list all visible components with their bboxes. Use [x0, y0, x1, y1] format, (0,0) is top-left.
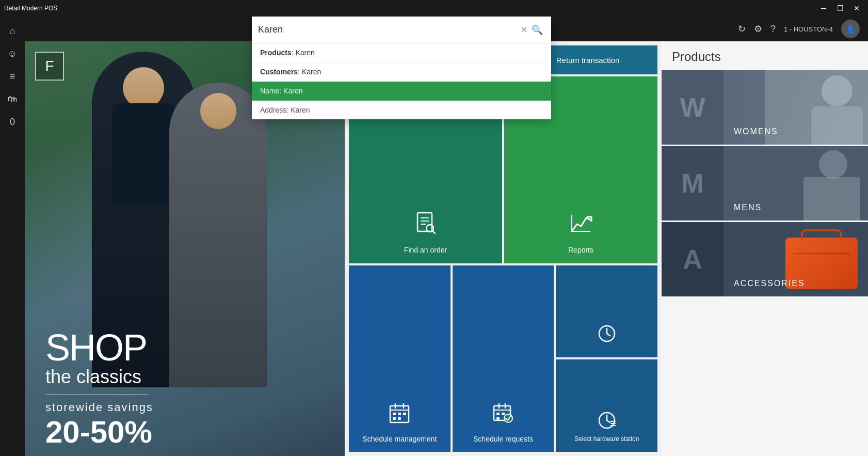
hero-shop: SHOP: [45, 329, 153, 366]
sidebar-item-customers[interactable]: ☺: [2, 43, 23, 64]
svg-rect-22: [502, 413, 505, 415]
search-category-products[interactable]: Products: Karen: [252, 43, 551, 62]
app-container: ⌂ ☺ ≡ 🛍 0 ↻ ⚙ ? 1 - HOUSTON-4 👤: [0, 17, 868, 456]
schedule-mgmt-icon: [388, 402, 411, 429]
hero-percent: 20-50%: [45, 414, 153, 450]
tile-schedule-requests[interactable]: Schedule requests: [453, 265, 554, 452]
svg-rect-0: [417, 213, 432, 231]
customers-icon: ☺: [8, 49, 17, 59]
sidebar: ⌂ ☺ ≡ 🛍 0: [0, 17, 25, 456]
reports-icon: [569, 211, 593, 240]
tile-row-2: Schedule management: [349, 265, 657, 452]
orders-icon: 🛍: [8, 94, 17, 105]
sidebar-item-home[interactable]: ⌂: [2, 21, 23, 41]
search-overlay: ✕ 🔍 Products: Karen Customers: Karen Nam…: [252, 17, 551, 119]
hero-classics: the classics: [45, 366, 153, 388]
avatar[interactable]: 👤: [841, 20, 860, 38]
svg-line-27: [607, 334, 610, 336]
mens-label: MENS: [734, 203, 762, 212]
svg-rect-14: [403, 413, 406, 415]
search-category-customers[interactable]: Customers: Karen: [252, 62, 551, 82]
schedule-mgmt-label: Schedule management: [362, 434, 437, 444]
svg-rect-23: [496, 417, 500, 420]
app-title: Retail Modern POS: [4, 5, 57, 12]
search-result-name[interactable]: Name: Karen: [252, 82, 551, 101]
minimize-button[interactable]: ─: [816, 1, 831, 15]
refresh-icon[interactable]: ↻: [738, 23, 746, 35]
accessories-thumb: A: [662, 222, 724, 296]
sidebar-item-menu[interactable]: ≡: [2, 66, 23, 87]
svg-rect-12: [393, 413, 396, 415]
search-dropdown: Products: Karen Customers: Karen Name: K…: [252, 43, 551, 119]
products-panel: Products W WOMENS M: [662, 41, 868, 456]
product-item-mens[interactable]: M MENS: [662, 146, 868, 221]
clock-icon: [598, 324, 616, 347]
content-area: ↻ ⚙ ? 1 - HOUSTON-4 👤: [25, 17, 868, 456]
womens-label: WOMENS: [734, 127, 778, 136]
svg-rect-16: [398, 417, 401, 420]
maximize-button[interactable]: ❐: [833, 1, 847, 15]
sidebar-item-counter[interactable]: 0: [2, 112, 23, 132]
search-input[interactable]: [258, 24, 519, 35]
counter-icon: 0: [10, 117, 15, 128]
products-header: Products: [662, 41, 868, 70]
product-item-womens[interactable]: W WOMENS: [662, 70, 868, 145]
hero-savings: storewide savings: [45, 401, 153, 414]
schedule-requests-icon: [492, 402, 515, 429]
hero-text: SHOP the classics storewide savings 20-5…: [45, 329, 153, 450]
store-info: 1 - HOUSTON-4: [784, 25, 833, 33]
womens-thumb: W: [662, 70, 724, 145]
find-order-label: Find an order: [404, 245, 447, 255]
search-bar: ✕ 🔍: [252, 17, 551, 43]
home-icon: ⌂: [10, 26, 15, 37]
hw-station-column: Select hardware station: [556, 265, 657, 452]
schedule-requests-label: Schedule requests: [473, 434, 533, 444]
hw-station-icon: [598, 411, 616, 433]
svg-rect-15: [393, 417, 396, 420]
tile-select-hw-station[interactable]: Select hardware station: [556, 359, 657, 452]
help-icon[interactable]: ?: [770, 24, 776, 35]
title-bar: Retail Modern POS ─ ❐ ✕: [0, 0, 868, 17]
svg-line-5: [432, 231, 435, 233]
svg-rect-13: [398, 413, 401, 415]
search-button[interactable]: 🔍: [529, 22, 545, 38]
select-hw-station-label: Select hardware station: [574, 435, 639, 444]
mens-thumb: M: [662, 146, 724, 221]
accessories-label: ACCESSORIES: [734, 279, 805, 288]
menu-icon: ≡: [10, 71, 15, 82]
tile-hw-station-clock[interactable]: [556, 265, 657, 358]
tile-schedule-mgmt[interactable]: Schedule management: [349, 265, 451, 452]
close-button[interactable]: ✕: [849, 1, 864, 15]
search-result-address[interactable]: Address: Karen: [252, 101, 551, 119]
svg-rect-21: [496, 413, 500, 415]
reports-label: Reports: [568, 245, 593, 255]
search-clear-button[interactable]: ✕: [519, 23, 529, 37]
product-item-accessories[interactable]: A ACCESSORIES: [662, 222, 868, 296]
f-badge: F: [35, 52, 64, 81]
svg-line-30: [607, 420, 610, 422]
settings-icon[interactable]: ⚙: [754, 23, 762, 35]
sidebar-item-orders[interactable]: 🛍: [2, 89, 23, 109]
avatar-icon: 👤: [845, 24, 856, 34]
find-order-icon: [413, 211, 438, 240]
